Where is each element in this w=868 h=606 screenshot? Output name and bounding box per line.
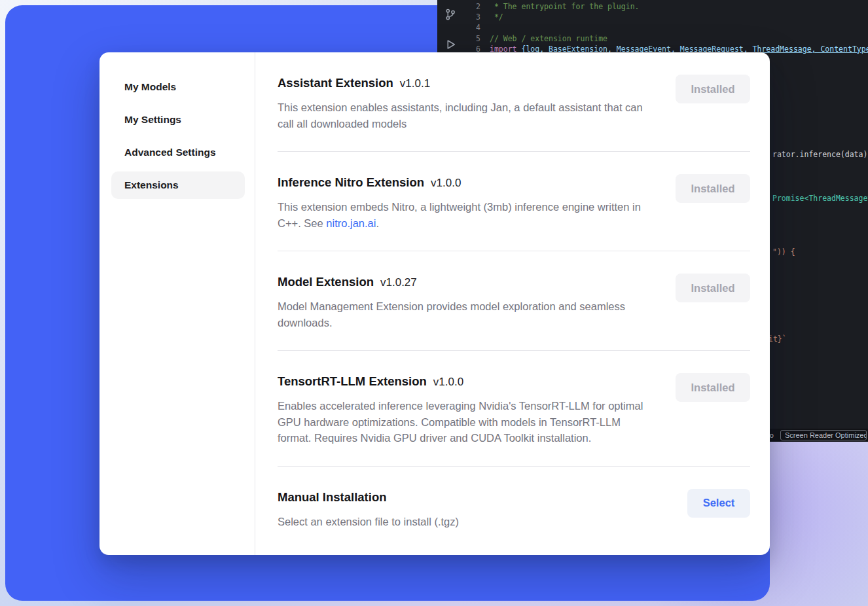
- code-fragment: ")) {: [772, 247, 795, 257]
- code-line: 2 * The entrypoint for the plugin.: [465, 1, 868, 12]
- code-text: // Web / extension runtime: [490, 33, 607, 44]
- git-branch-icon: [444, 8, 457, 21]
- manual-installation-row: Manual Installation Select an extension …: [278, 467, 750, 550]
- extension-version: v1.0.27: [380, 276, 417, 289]
- extension-description: This extension enables assistants, inclu…: [278, 99, 654, 132]
- code-line: 5 // Web / extension runtime: [465, 33, 868, 44]
- extension-name: Assistant Extension: [278, 76, 393, 90]
- line-number: 3: [465, 12, 480, 22]
- manual-installation-title: Manual Installation: [278, 490, 387, 504]
- extension-row-model: Model Extensionv1.0.27 Model Management …: [278, 251, 750, 351]
- sidebar-item-label: Extensions: [124, 179, 179, 191]
- description-text: .: [376, 217, 379, 229]
- run-debug-icon: [444, 38, 457, 51]
- sidebar-item-label: My Settings: [124, 114, 181, 126]
- extension-description: Model Management Extension provides mode…: [278, 298, 654, 330]
- code-fragment: it}`: [769, 334, 787, 344]
- installed-button[interactable]: Installed: [676, 373, 750, 402]
- sidebar-item-my-settings[interactable]: My Settings: [111, 106, 245, 134]
- extension-row-tensorrt-llm: TensortRT-LLM Extensionv1.0.0 Enables ac…: [278, 351, 750, 467]
- sidebar-item-label: Advanced Settings: [124, 147, 216, 158]
- extension-heading: Manual Installation: [278, 489, 459, 506]
- installed-button[interactable]: Installed: [676, 274, 750, 302]
- extension-name: Model Extension: [278, 275, 374, 289]
- manual-installation-description: Select an extension file to install (.tg…: [278, 514, 459, 530]
- extension-row-inference-nitro: Inference Nitro Extensionv1.0.0 This ext…: [278, 152, 750, 251]
- code-text: * The entrypoint for the plugin.: [490, 1, 639, 12]
- installed-button[interactable]: Installed: [676, 75, 750, 103]
- code-fragment: rator.inference(data));: [772, 150, 868, 159]
- extension-heading: Inference Nitro Extensionv1.0.0: [278, 174, 654, 191]
- extension-description: This extension embeds Nitro, a lightweig…: [278, 199, 654, 231]
- settings-sidebar: My Models My Settings Advanced Settings …: [99, 52, 255, 555]
- line-number: 4: [465, 22, 480, 33]
- extension-row-assistant: Assistant Extensionv1.0.1 This extension…: [278, 52, 750, 152]
- code-line: 4: [465, 22, 868, 33]
- code-line: 3 */: [465, 12, 868, 22]
- extension-version: v1.0.0: [431, 177, 461, 189]
- extension-heading: TensortRT-LLM Extensionv1.0.0: [278, 373, 654, 390]
- extension-name: Inference Nitro Extension: [278, 175, 424, 189]
- sidebar-item-label: My Models: [124, 81, 176, 93]
- sidebar-item-my-models[interactable]: My Models: [111, 73, 245, 101]
- sidebar-item-advanced-settings[interactable]: Advanced Settings: [111, 139, 245, 166]
- extension-version: v1.0.0: [433, 376, 463, 388]
- code-fragment: Promise<ThreadMessage>: [772, 194, 868, 203]
- extension-name: TensortRT-LLM Extension: [278, 374, 427, 388]
- nitro-link[interactable]: nitro.jan.ai: [326, 217, 376, 229]
- settings-modal: My Models My Settings Advanced Settings …: [99, 52, 770, 555]
- screen-reader-mode-badge: Screen Reader Optimized: [780, 430, 867, 440]
- extensions-panel: Assistant Extensionv1.0.1 This extension…: [255, 52, 770, 555]
- extension-description: Enables accelerated inference leveraging…: [278, 398, 654, 446]
- installed-button[interactable]: Installed: [676, 174, 750, 203]
- extension-heading: Model Extensionv1.0.27: [278, 274, 654, 291]
- code-text: */: [490, 12, 503, 22]
- sidebar-item-extensions[interactable]: Extensions: [111, 171, 245, 199]
- editor-code-area: 2 * The entrypoint for the plugin. 3 */ …: [465, 1, 868, 54]
- page: 2 * The entrypoint for the plugin. 3 */ …: [0, 0, 868, 606]
- extension-heading: Assistant Extensionv1.0.1: [278, 75, 654, 92]
- line-number: 2: [465, 1, 480, 12]
- line-number: 5: [465, 33, 480, 44]
- extension-version: v1.0.1: [400, 77, 430, 90]
- select-file-button[interactable]: Select: [687, 489, 750, 518]
